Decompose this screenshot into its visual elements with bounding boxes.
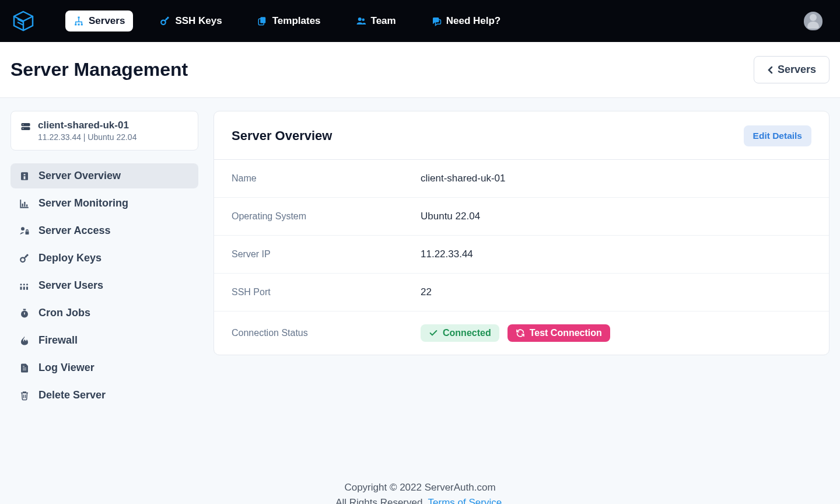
nav-ssh-keys-label: SSH Keys: [175, 15, 222, 27]
nav-team[interactable]: Team: [348, 10, 404, 32]
row-name: Name client-shared-uk-01: [214, 160, 829, 198]
svg-point-8: [362, 19, 365, 22]
back-to-servers-button[interactable]: Servers: [754, 56, 830, 83]
sidebar-label: Cron Jobs: [38, 307, 90, 319]
sidebar-item-monitoring[interactable]: Server Monitoring: [10, 191, 198, 216]
check-icon: [429, 328, 438, 338]
topbar: Servers SSH Keys Templates Team Need Hel…: [0, 0, 840, 42]
sidebar-item-deploy-keys[interactable]: Deploy Keys: [10, 246, 198, 271]
refresh-icon: [516, 328, 525, 338]
sidebar-item-logs[interactable]: Log Viewer: [10, 355, 198, 380]
sidebar-item-overview[interactable]: Server Overview: [10, 163, 198, 188]
row-ssh-port: SSH Port 22: [214, 274, 829, 312]
server-name: client-shared-uk-01: [38, 120, 136, 131]
row-os: Operating System Ubuntu 22.04: [214, 198, 829, 236]
nav-team-label: Team: [371, 15, 396, 27]
user-avatar[interactable]: [804, 12, 822, 30]
copy-icon: [257, 16, 268, 26]
label-ip: Server IP: [232, 249, 421, 260]
panel-title: Server Overview: [232, 128, 332, 144]
svg-point-4: [162, 20, 166, 25]
nav-help-label: Need Help?: [446, 15, 501, 27]
users-chart-icon: [19, 280, 30, 292]
footer-dot: .: [502, 497, 505, 504]
panel-header: Server Overview Edit Details: [214, 111, 829, 160]
server-icon: [20, 121, 31, 132]
server-card: client-shared-uk-01 11.22.33.44 | Ubuntu…: [10, 111, 198, 150]
info-icon: [19, 170, 30, 182]
connected-text: Connected: [443, 328, 491, 338]
sidebar-label: Server Monitoring: [38, 197, 128, 209]
footer-rights: All Rights Reserved. Terms of Service.: [0, 495, 840, 504]
back-label: Servers: [778, 64, 816, 76]
sidebar-label: Server Overview: [38, 170, 121, 182]
sidebar-item-cron[interactable]: Cron Jobs: [10, 300, 198, 326]
value-connection-status: Connected Test Connection: [421, 324, 610, 342]
page-title: Server Management: [10, 59, 188, 80]
sidebar-label: Log Viewer: [38, 362, 94, 374]
users-icon: [356, 16, 366, 26]
svg-point-12: [23, 128, 24, 130]
side-nav: Server Overview Server Monitoring Server…: [10, 163, 198, 408]
nav-help[interactable]: Need Help?: [423, 10, 509, 32]
sidebar-item-firewall[interactable]: Firewall: [10, 328, 198, 353]
test-connection-text: Test Connection: [530, 328, 602, 338]
svg-rect-29: [23, 309, 26, 310]
key-icon: [160, 16, 170, 26]
svg-point-7: [358, 18, 361, 21]
svg-rect-3: [81, 24, 83, 26]
sidebar-item-delete[interactable]: Delete Server: [10, 383, 198, 408]
server-overview-panel: Server Overview Edit Details Name client…: [214, 111, 830, 355]
label-ssh-port: SSH Port: [232, 287, 421, 298]
sidebar-item-users[interactable]: Server Users: [10, 273, 198, 298]
footer-rights-text: All Rights Reserved.: [335, 497, 428, 504]
row-ip: Server IP 11.22.33.44: [214, 236, 829, 274]
svg-rect-23: [23, 286, 25, 289]
label-os: Operating System: [232, 211, 421, 222]
user-lock-icon: [19, 225, 30, 237]
test-connection-button[interactable]: Test Connection: [508, 324, 610, 342]
value-os: Ubuntu 22.04: [421, 211, 480, 222]
chart-icon: [19, 198, 30, 209]
svg-rect-22: [20, 286, 22, 289]
chevron-left-icon: [767, 66, 773, 74]
svg-rect-18: [26, 204, 27, 206]
edit-details-button[interactable]: Edit Details: [744, 125, 811, 146]
nav-servers[interactable]: Servers: [65, 10, 133, 32]
value-ssh-port: 22: [421, 286, 432, 298]
sidebar-item-access[interactable]: Server Access: [10, 218, 198, 243]
content: client-shared-uk-01 11.22.33.44 | Ubuntu…: [0, 98, 840, 423]
sidebar-label: Server Access: [38, 225, 110, 237]
sidebar-label: Firewall: [38, 334, 78, 346]
server-meta: 11.22.33.44 | Ubuntu 22.04: [38, 132, 136, 142]
svg-rect-24: [26, 286, 28, 289]
svg-rect-5: [260, 17, 265, 23]
terms-of-service-link[interactable]: Terms of Service: [428, 497, 502, 504]
logo-icon: [10, 8, 36, 34]
svg-rect-14: [24, 174, 26, 175]
sidebar-label: Server Users: [38, 279, 103, 292]
stopwatch-icon: [19, 307, 30, 319]
fire-icon: [19, 335, 30, 346]
nav-servers-label: Servers: [89, 15, 125, 27]
svg-point-25: [20, 284, 22, 285]
footer-copyright: Copyright © 2022 ServerAuth.com: [0, 480, 840, 495]
sidebar: client-shared-uk-01 11.22.33.44 | Ubuntu…: [10, 111, 198, 410]
nav-templates-label: Templates: [272, 15, 321, 27]
nav-ssh-keys[interactable]: SSH Keys: [152, 10, 230, 32]
chat-icon: [431, 16, 442, 26]
svg-rect-17: [24, 202, 25, 206]
nav-templates[interactable]: Templates: [249, 10, 329, 32]
value-name: client-shared-uk-01: [421, 173, 506, 184]
key-icon: [19, 253, 30, 264]
svg-rect-1: [75, 24, 76, 26]
svg-point-19: [21, 227, 24, 230]
sidebar-label: Deploy Keys: [38, 252, 102, 264]
top-nav: Servers SSH Keys Templates Team Need Hel…: [65, 10, 804, 32]
sidebar-label: Delete Server: [38, 389, 106, 401]
connected-badge: Connected: [421, 324, 499, 342]
value-ip: 11.22.33.44: [421, 249, 473, 260]
row-connection-status: Connection Status Connected Test Connect…: [214, 312, 829, 355]
file-icon: [19, 362, 30, 374]
svg-rect-20: [26, 231, 29, 234]
